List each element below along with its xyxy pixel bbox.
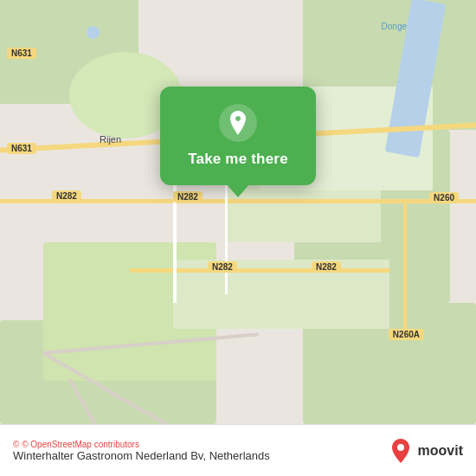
- company-name-label: Winterhalter Gastronom Nederland Bv, Net…: [13, 449, 270, 462]
- road-label-n631-top: N631: [7, 48, 36, 59]
- moovit-brand-label: moovit: [418, 443, 463, 459]
- road-label-n260a: N260A: [389, 329, 424, 340]
- copyright-symbol: ©: [13, 440, 19, 449]
- svg-point-1: [397, 444, 404, 451]
- road-label-n260: N260: [429, 192, 459, 203]
- take-me-there-popup[interactable]: Take me there: [160, 87, 316, 185]
- road-label-n282-4: N282: [312, 261, 341, 273]
- attribution-text: © © OpenStreetMap contributors: [13, 440, 270, 449]
- map-city-label: Rijen: [100, 134, 121, 145]
- water-area: [87, 26, 100, 39]
- take-me-there-label: Take me there: [188, 151, 288, 168]
- moovit-logo: moovit: [387, 437, 463, 465]
- map-view[interactable]: N631 N631 N282 N282 N282 N282 N260 N260A…: [0, 0, 476, 424]
- road-n282-lower: [130, 268, 389, 273]
- moovit-pin-icon: [387, 437, 415, 465]
- road-label-n282-1: N282: [52, 190, 81, 202]
- bottom-left: © © OpenStreetMap contributors Winterhal…: [13, 440, 270, 462]
- road-label-n282-2: N282: [173, 191, 203, 203]
- road-label-n282-3: N282: [208, 261, 237, 273]
- bottom-bar: © © OpenStreetMap contributors Winterhal…: [0, 424, 476, 476]
- attribution-label: © OpenStreetMap contributors: [22, 440, 139, 449]
- road-label-n631-mid: N631: [7, 143, 36, 154]
- location-pin-icon: [219, 104, 257, 142]
- map-river-label: Donge: [382, 22, 407, 31]
- road-vertical-2: [403, 199, 407, 329]
